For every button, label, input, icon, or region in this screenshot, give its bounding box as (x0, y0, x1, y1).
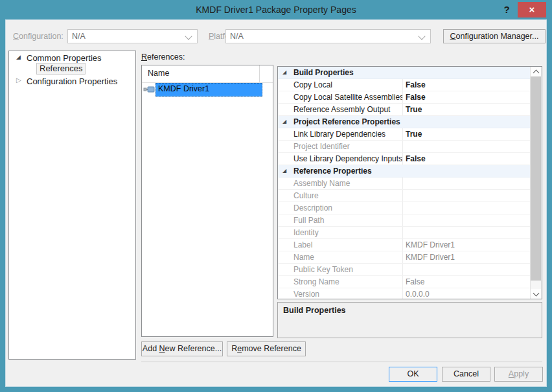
property-row-culture[interactable]: Culture (278, 190, 532, 202)
property-row-label[interactable]: Label KMDF Driver1 (278, 239, 532, 251)
property-value: 0.0.0.0 (406, 290, 430, 299)
property-row-version[interactable]: Version 0.0.0.0 (278, 288, 532, 299)
collapsed-triangle-icon[interactable]: ▷ (16, 76, 21, 84)
property-row-link-library-dependencies[interactable]: Link Library Dependencies True (278, 128, 532, 141)
help-icon: ? (503, 4, 509, 15)
project-reference-icon (143, 85, 155, 97)
configuration-manager-button[interactable]: Configuration Manager... (443, 29, 546, 43)
property-row-copy-local[interactable]: Copy Local False (278, 79, 532, 91)
property-row-use-library-dependency-inputs[interactable]: Use Library Dependency Inputs False (278, 153, 532, 165)
property-label: Copy Local Satellite Assemblies (293, 93, 402, 102)
property-value[interactable]: False (406, 80, 426, 89)
description-title: Build Properties (283, 306, 346, 315)
category-row-reference-properties[interactable]: ◢ Reference Properties (278, 165, 532, 178)
property-label: Culture (293, 191, 402, 200)
tree-item-configuration-properties[interactable]: Configuration Properties (27, 76, 117, 87)
property-value[interactable]: True (406, 130, 422, 139)
category-row-build-properties[interactable]: ◢ Build Properties (278, 67, 532, 79)
property-value[interactable]: False (406, 93, 426, 102)
help-button[interactable]: ? (499, 2, 514, 17)
chevron-down-icon (418, 32, 425, 40)
property-row-assembly-name[interactable]: Assembly Name (278, 178, 532, 190)
property-label: Public Key Token (293, 265, 402, 274)
property-row-name[interactable]: Name KMDF Driver1 (278, 251, 532, 264)
references-list: Name KMDF Driver1 (141, 65, 273, 337)
window-title: KMDF Driver1 Package Property Pages (0, 0, 552, 19)
property-label: Full Path (293, 216, 402, 225)
vertical-scrollbar[interactable] (530, 67, 542, 299)
property-rows: ◢ Build Properties Copy Local False Copy… (278, 67, 532, 299)
scrollbar-thumb[interactable] (531, 76, 541, 281)
ok-button[interactable]: OK (389, 367, 437, 382)
category-label: Build Properties (293, 68, 520, 77)
close-icon: × (529, 4, 535, 15)
property-label: Use Library Dependency Inputs (293, 154, 402, 163)
apply-button[interactable]: Apply (494, 367, 543, 382)
property-label: Copy Local (293, 80, 402, 89)
property-label: Version (293, 290, 402, 299)
property-value: KMDF Driver1 (406, 253, 455, 262)
divider (141, 362, 542, 362)
platform-dropdown[interactable]: N/A (225, 29, 431, 43)
chevron-down-icon (533, 290, 540, 297)
scroll-up-button[interactable] (531, 67, 541, 76)
property-label: Reference Assembly Output (293, 105, 402, 114)
property-row-public-key-token[interactable]: Public Key Token (278, 264, 532, 276)
category-row-project-reference-properties[interactable]: ◢ Project Reference Properties (278, 116, 532, 128)
property-value: KMDF Driver1 (406, 240, 455, 249)
category-label: Reference Properties (293, 167, 520, 176)
tree-item-common-properties[interactable]: Common Properties (27, 52, 102, 63)
property-value[interactable]: True (406, 105, 422, 114)
category-expand-icon[interactable]: ◢ (282, 119, 286, 124)
chevron-up-icon (533, 70, 540, 76)
property-label: Label (293, 240, 402, 249)
close-button[interactable]: × (518, 2, 546, 17)
scroll-down-button[interactable] (531, 289, 541, 299)
property-row-project-identifier[interactable]: Project Identifier (278, 141, 532, 153)
category-label: Project Reference Properties (293, 117, 520, 126)
property-pages-dialog: KMDF Driver1 Package Property Pages ? × … (0, 0, 552, 392)
chevron-down-icon (185, 32, 192, 40)
category-expand-icon[interactable]: ◢ (282, 168, 286, 174)
column-header-label: Name (148, 69, 169, 78)
expanded-triangle-icon[interactable]: ◢ (16, 54, 21, 60)
reference-list-item[interactable]: KMDF Driver1 (142, 83, 273, 96)
property-row-reference-assembly-output[interactable]: Reference Assembly Output True (278, 104, 532, 116)
property-label: Assembly Name (293, 179, 402, 188)
category-expand-icon[interactable]: ◢ (282, 69, 286, 75)
property-label: Description (293, 203, 402, 213)
property-row-full-path[interactable]: Full Path (278, 214, 532, 227)
property-value: False (406, 277, 424, 286)
property-value[interactable]: False (406, 154, 426, 163)
configuration-value: N/A (72, 32, 86, 41)
remove-reference-button[interactable]: Remove Reference (227, 341, 306, 356)
property-tree-panel: ◢ Common Properties References ▷ Configu… (8, 51, 136, 360)
property-grid: ◢ Build Properties Copy Local False Copy… (277, 66, 542, 299)
platform-value: N/A (230, 32, 244, 41)
references-label: References: (141, 52, 185, 62)
property-row-strong-name[interactable]: Strong Name False (278, 276, 532, 288)
property-row-copy-local-satellite[interactable]: Copy Local Satellite Assemblies False (278, 91, 532, 104)
cancel-button[interactable]: Cancel (442, 367, 490, 382)
configuration-dropdown[interactable]: N/A (67, 29, 198, 43)
property-label: Link Library Dependencies (293, 130, 402, 139)
property-label: Identity (293, 228, 402, 237)
property-row-identity[interactable]: Identity (278, 227, 532, 239)
description-box: Build Properties (277, 302, 542, 338)
title-bar: KMDF Driver1 Package Property Pages ? × (0, 0, 552, 19)
tree-item-references[interactable]: References (36, 63, 86, 75)
property-label: Name (293, 253, 402, 262)
name-column-header[interactable]: Name (142, 65, 273, 83)
property-row-description[interactable]: Description (278, 202, 532, 214)
property-label: Strong Name (293, 277, 402, 286)
configuration-label: Configuration: (13, 32, 63, 42)
add-new-reference-button[interactable]: Add New Reference... (141, 341, 223, 356)
selected-reference-name: KMDF Driver1 (155, 83, 262, 97)
property-label: Project Identifier (293, 142, 402, 151)
column-divider[interactable] (259, 65, 260, 82)
